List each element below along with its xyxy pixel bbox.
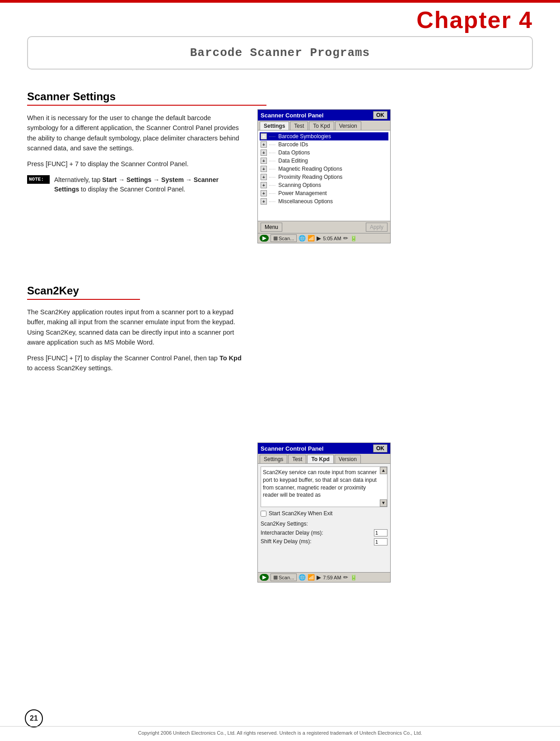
shift-key-input[interactable] <box>374 538 387 545</box>
tab-bottom-test[interactable]: Test <box>288 455 306 463</box>
tab-settings[interactable]: Settings <box>260 121 289 130</box>
scanner-para1: When it is necessary for the user to cha… <box>27 113 244 154</box>
tree-item-magnetic[interactable]: + ····· Magnetic Reading Options <box>260 165 388 173</box>
top-bar <box>0 0 560 3</box>
expand-icon-5[interactable]: + <box>261 166 267 172</box>
scroll-up-btn[interactable]: ▲ <box>380 467 387 474</box>
panel-bottom-titlebar: Scanner Control Panel OK <box>258 443 390 454</box>
taskbar-time-bottom: 7:59 AM <box>323 575 341 580</box>
scan2key-para1: The Scan2Key application routes input fr… <box>27 307 248 348</box>
tree-item-misc[interactable]: + ····· Miscellaneous Options <box>260 197 388 205</box>
scan2key-heading: Scan2Key <box>27 284 140 300</box>
interchar-delay-row: Intercharacter Delay (ms): <box>261 529 387 537</box>
scanner-body-text: When it is necessary for the user to cha… <box>27 113 244 194</box>
shift-key-label: Shift Key Delay (ms): <box>261 538 312 545</box>
expand-icon-6[interactable]: + <box>261 174 267 180</box>
expand-icon-7[interactable]: + <box>261 182 267 188</box>
expand-icon-3[interactable]: + <box>261 149 267 156</box>
panel-top-body: + ····· Barcode Symbologies + ····· Barc… <box>258 130 390 221</box>
apply-button[interactable]: Apply <box>366 223 387 232</box>
section-box-title: Barcode Scanner Programs <box>37 46 523 60</box>
panel-bottom-taskbar: ▶ ▦ Scan... 🌐 📶 ▶ 7:59 AM ✏ 🔋 <box>258 572 390 582</box>
tab-tokpd[interactable]: To Kpd <box>309 121 334 130</box>
expand-icon-2[interactable]: + <box>261 141 267 148</box>
expand-icon-4[interactable]: + <box>261 158 267 164</box>
arrow-icon-2: ▶ <box>317 574 321 581</box>
scanner-settings-heading: Scanner Settings <box>27 90 266 106</box>
panel-bottom-ok[interactable]: OK <box>373 444 387 452</box>
checkbox-label: Start Scan2Key When Exit <box>269 510 332 517</box>
scan2key-settings-label: Scan2Key Settings: <box>261 520 387 528</box>
scanner-para2: Press [FUNC] + 7 to display the Scanner … <box>27 159 244 169</box>
checkbox-row: Start Scan2Key When Exit <box>261 510 387 517</box>
panel-top-titlebar: Scanner Control Panel OK <box>258 110 390 121</box>
antenna-icon: 📶 <box>308 235 315 242</box>
scan2key-body-text: The Scan2Key application routes input fr… <box>27 307 248 373</box>
scan-taskbar-item[interactable]: ▦ Scan... <box>271 234 297 242</box>
menu-button[interactable]: Menu <box>261 223 282 232</box>
chapter-heading: Chapter 4 <box>416 6 533 33</box>
edit-icon-2: ✏ <box>343 574 348 581</box>
tab-bottom-version[interactable]: Version <box>335 455 361 463</box>
arrow-icon: ▶ <box>317 235 321 242</box>
panel-top-footer: Menu Apply <box>258 221 390 233</box>
scanner-panel-bottom: Scanner Control Panel OK Settings Test T… <box>257 443 391 583</box>
panel-top-ok[interactable]: OK <box>373 111 387 119</box>
interchar-delay-label: Intercharacter Delay (ms): <box>261 529 323 537</box>
panel-bottom-tabs: Settings Test To Kpd Version <box>258 454 390 464</box>
page-number: 21 <box>25 709 43 727</box>
barcode-icon-2: ▦ <box>273 574 278 580</box>
start-scan2key-checkbox[interactable] <box>261 511 266 517</box>
tree-item-barcode-ids[interactable]: + ····· Barcode IDs <box>260 140 388 149</box>
scroll-area: Scan2Key service can route input from sc… <box>261 466 387 507</box>
scroll-down-btn[interactable]: ▼ <box>380 499 387 507</box>
note-block: NOTE: Alternatively, tap Start → Setting… <box>27 175 244 194</box>
panel-bottom-content: Scan2Key service can route input from sc… <box>258 464 390 550</box>
barcode-icon: ▦ <box>273 235 278 241</box>
section-box: Barcode Scanner Programs <box>27 36 533 70</box>
globe-icon: 🌐 <box>299 235 306 242</box>
tree-item-barcode-symbologies[interactable]: + ····· Barcode Symbologies <box>260 132 388 140</box>
tree-item-proximity[interactable]: + ····· Proximity Reading Options <box>260 173 388 181</box>
tree-item-scanning[interactable]: + ····· Scanning Options <box>260 181 388 189</box>
battery-icon-2: 🔋 <box>350 574 357 581</box>
taskbar-time-top: 5:05 AM <box>323 236 341 241</box>
tree-item-power[interactable]: + ····· Power Management <box>260 189 388 197</box>
panel-top-title: Scanner Control Panel <box>261 112 323 119</box>
scanner-panel-top: Scanner Control Panel OK Settings Test T… <box>257 109 391 243</box>
shift-key-row: Shift Key Delay (ms): <box>261 538 387 545</box>
tab-bottom-tokpd[interactable]: To Kpd <box>307 455 333 463</box>
tab-bottom-settings[interactable]: Settings <box>260 455 287 463</box>
tree-item-data-editing[interactable]: + ····· Data Editing <box>260 157 388 165</box>
edit-icon: ✏ <box>343 235 348 242</box>
expand-icon[interactable]: + <box>261 133 267 140</box>
start-button-2[interactable]: ▶ <box>260 574 269 581</box>
start-button[interactable]: ▶ <box>260 235 269 242</box>
scan2key-para2: Press [FUNC] + [7] to display the Scanne… <box>27 353 248 373</box>
panel-top-taskbar: ▶ ▦ Scan... 🌐 📶 ▶ 5:05 AM ✏ 🔋 <box>258 233 390 243</box>
tab-version[interactable]: Version <box>335 121 361 130</box>
tree-item-data-options[interactable]: + ····· Data Options <box>260 149 388 157</box>
expand-icon-8[interactable]: + <box>261 190 267 196</box>
expand-icon-9[interactable]: + <box>261 198 267 205</box>
tab-test[interactable]: Test <box>290 121 308 130</box>
panel-bottom-title: Scanner Control Panel <box>261 445 323 452</box>
globe-icon-2: 🌐 <box>299 574 306 581</box>
scan-taskbar-item-2[interactable]: ▦ Scan... <box>271 573 297 581</box>
battery-icon: 🔋 <box>350 235 357 242</box>
footer-copyright: Copyright 2006 Unitech Electronics Co., … <box>0 726 560 736</box>
panel-top-tabs: Settings Test To Kpd Version <box>258 121 390 130</box>
antenna-icon-2: 📶 <box>308 574 315 581</box>
interchar-delay-input[interactable] <box>374 529 387 536</box>
note-text: Alternatively, tap Start → Settings → Sy… <box>54 175 244 194</box>
note-label: NOTE: <box>27 175 50 184</box>
scroll-text: Scan2Key service can route input from sc… <box>263 469 377 498</box>
